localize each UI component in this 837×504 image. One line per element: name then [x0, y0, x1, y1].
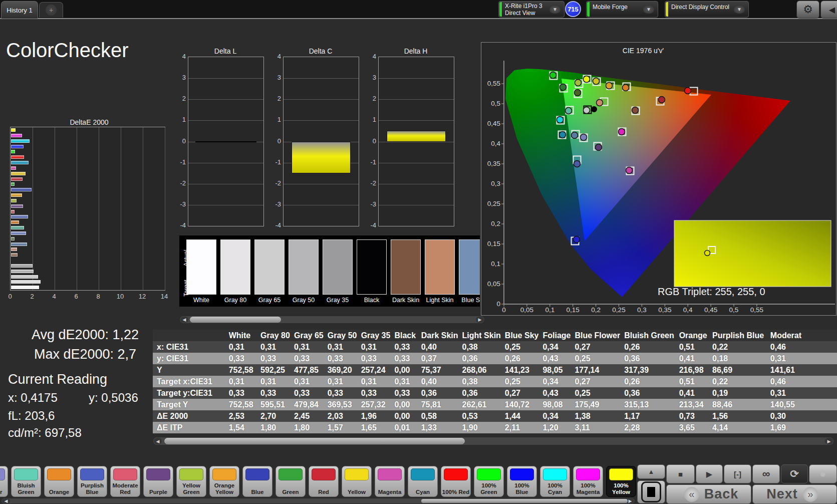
table-cell: 216,98: [675, 364, 708, 376]
table-cell: 0,41: [675, 353, 708, 364]
patch-button-green[interactable]: Green: [275, 466, 306, 497]
chevron-down-icon[interactable]: ▼: [643, 6, 654, 14]
patch-button-purplish-blue[interactable]: PurplishBlue: [77, 466, 107, 497]
scroll-right-arrow[interactable]: ▶: [825, 438, 833, 444]
pattern-size-button[interactable]: [-]: [724, 464, 751, 483]
collapse-panel-button[interactable]: ◀: [820, 1, 837, 19]
source-status-bar: [587, 2, 590, 17]
infinity-icon: ∞: [762, 467, 770, 480]
deltae-bar-100-blue: [11, 145, 24, 148]
patch-button-100-yellow[interactable]: 100%Yellow: [606, 466, 636, 497]
grid-line: [99, 127, 99, 290]
read-button[interactable]: ●: [809, 464, 837, 483]
delta-chart-title: Delta L: [188, 47, 263, 55]
avg-de2000: Avg dE2000: 1,22: [0, 327, 170, 343]
meter-dropdown[interactable]: X-Rite i1Pro 3 Direct View ▼: [498, 1, 565, 18]
patch-color-swatch: [113, 468, 137, 480]
stop-button[interactable]: ■: [666, 464, 695, 483]
deltae-bar-100-yellow: [11, 128, 16, 132]
table-cell: 0,31: [290, 376, 324, 387]
x-tick-label: 10: [114, 293, 126, 300]
window-pattern-button[interactable]: [637, 480, 665, 503]
current-x: x: 0,4175: [8, 391, 58, 405]
patch-button-100-red[interactable]: 100% Red: [441, 466, 471, 497]
patch-button-magenta[interactable]: Magenta: [375, 466, 405, 497]
luminance-badge[interactable]: 715: [565, 1, 581, 17]
patch-button-bluish-green[interactable]: BluishGreen: [11, 466, 41, 497]
table-cell: 0,25: [571, 353, 620, 364]
patch-color-swatch: [444, 468, 468, 480]
patch-button-yellow[interactable]: Yellow: [342, 466, 372, 497]
table-cell: 141,23: [501, 364, 539, 376]
patch-button-label: PurplishBlue: [78, 482, 107, 495]
pattern-source-dropdown[interactable]: Mobile Forge ▼: [586, 1, 658, 18]
table-cell: 0,18: [708, 353, 766, 364]
column-header-light-skin: Light Skin: [458, 330, 501, 341]
tab-history-1[interactable]: History 1: [1, 1, 38, 19]
swatch-label: Gray 50: [285, 297, 323, 304]
swatch-strip-scrollbar[interactable]: ◀▶: [179, 316, 485, 324]
grid-line: [379, 163, 454, 163]
patch-button-100-green[interactable]: 100%Green: [474, 466, 504, 497]
patch-button-yellow-green[interactable]: YellowGreen: [176, 466, 206, 497]
play-button[interactable]: ▶: [696, 464, 723, 483]
table-cell: 140,72: [501, 399, 539, 410]
patch-button-moderate-red[interactable]: ModerateRed: [110, 466, 140, 497]
patch-button-cyan[interactable]: Cyan: [408, 466, 438, 497]
patch-button-100-blue[interactable]: 100%Blue: [507, 466, 537, 497]
deltae-bar-blue: [11, 188, 32, 191]
table-cell: 2,53: [225, 410, 256, 422]
back-button[interactable]: « Back: [666, 484, 751, 504]
table-cell: 0,46: [766, 376, 837, 387]
settings-button[interactable]: ⚙: [796, 1, 819, 19]
table-cell: 0,22: [708, 341, 766, 353]
table-scrollbar[interactable]: ◀▶: [153, 437, 834, 445]
scroll-left-arrow[interactable]: ◀: [2, 499, 10, 503]
patch-button-blue-flower[interactable]: BlueFlower: [0, 466, 8, 497]
patch-button-100-magenta[interactable]: 100%Magenta: [573, 466, 603, 497]
x-tick-label: 0: [4, 293, 16, 300]
patch-color-swatch: [510, 468, 534, 480]
patch-button-purple[interactable]: Purple: [143, 466, 173, 497]
patch-button-label: 100%Blue: [507, 482, 536, 495]
scroll-right-arrow[interactable]: ▶: [476, 317, 484, 323]
patch-button-orange[interactable]: Orange: [44, 466, 74, 497]
table-cell: 0,27: [571, 376, 620, 387]
deltae-bar-cyan: [11, 161, 29, 164]
table-cell: 0,33: [225, 387, 256, 399]
patch-button-blue[interactable]: Blue: [242, 466, 272, 497]
scroll-left-arrow[interactable]: ◀: [180, 317, 188, 323]
meter-mode: Direct View: [505, 10, 542, 17]
add-tab-button[interactable]: +: [39, 2, 63, 18]
deltae-bar-gray-50: [11, 270, 34, 273]
table-cell: 98,08: [538, 399, 571, 410]
next-button[interactable]: Next »: [752, 484, 837, 504]
scroll-up-button[interactable]: ▲: [637, 464, 665, 479]
patch-button-orange-yellow[interactable]: OrangeYellow: [209, 466, 239, 497]
refresh-button[interactable]: ⟳: [781, 464, 808, 483]
grid-line: [284, 78, 359, 79]
cie-y-tick-label: 0,2: [481, 220, 500, 227]
grid-line: [55, 127, 55, 290]
scroll-thumb[interactable]: [164, 438, 465, 444]
continuous-read-button[interactable]: ∞: [752, 464, 780, 483]
patch-row-scrollbar[interactable]: ◀▶: [1, 498, 635, 504]
scroll-left-arrow[interactable]: ◀: [154, 438, 162, 444]
delta-chart-title: Delta C: [283, 47, 358, 55]
table-cell: 0,36: [417, 387, 458, 399]
scroll-thumb[interactable]: [190, 317, 281, 323]
display-control-dropdown[interactable]: Direct Display Control ▼: [665, 1, 749, 18]
chevron-down-icon[interactable]: ▼: [549, 6, 561, 14]
table-cell: 317,39: [620, 364, 675, 376]
chevron-down-icon[interactable]: ▼: [734, 6, 745, 14]
column-header-bluish-green: Bluish Green: [620, 330, 675, 341]
cie-x-tick-label: 0,3: [632, 306, 652, 314]
patch-button-100-cyan[interactable]: 100%Cyan: [540, 466, 570, 497]
cie-x-tick-label: 0,5: [724, 306, 744, 314]
table-cell: 0,34: [538, 376, 571, 387]
row-label: Y: [153, 364, 225, 376]
patch-button-red[interactable]: Red: [309, 466, 339, 497]
swatch-label: Gray 35: [319, 297, 357, 304]
cie-y-tick-label: 0,4: [481, 140, 500, 147]
scroll-thumb[interactable]: [421, 499, 628, 503]
